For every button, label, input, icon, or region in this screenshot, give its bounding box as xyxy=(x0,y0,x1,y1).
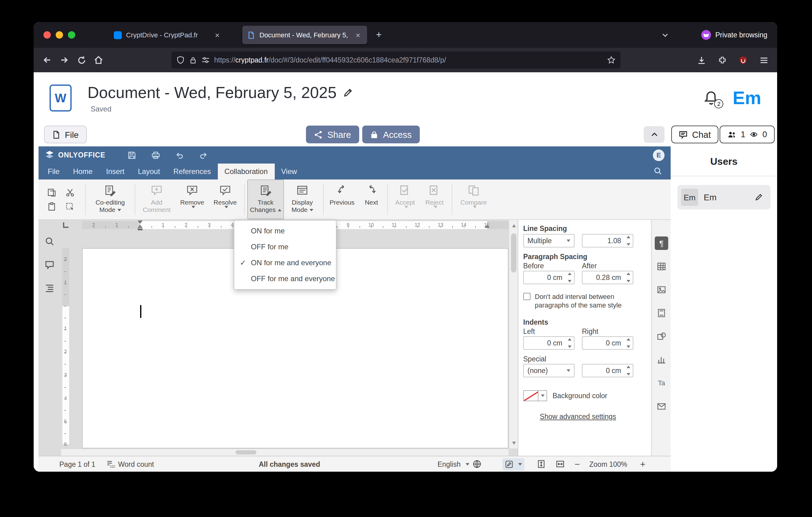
remove-comment-button[interactable]: Remove xyxy=(176,180,209,219)
menu-tab[interactable]: Insert xyxy=(99,164,131,180)
page-indicator[interactable]: Page 1 of 1 xyxy=(59,456,95,472)
search-icon[interactable] xyxy=(654,167,662,175)
special-amount-input[interactable]: 0 cm xyxy=(582,364,633,377)
scroll-down-arrow[interactable] xyxy=(509,439,518,447)
undo-icon[interactable] xyxy=(175,151,184,160)
fit-page-icon[interactable] xyxy=(536,456,546,472)
close-tab-icon[interactable]: × xyxy=(354,30,362,39)
track-changes-option[interactable]: ✓ OFF for me and everyone xyxy=(234,271,336,287)
color-dropdown-caret[interactable] xyxy=(539,390,547,401)
account-avatar[interactable]: Em xyxy=(733,88,761,108)
home-button[interactable] xyxy=(90,51,107,69)
share-button[interactable]: Share xyxy=(306,126,359,143)
menu-tab[interactable]: Layout xyxy=(131,164,167,180)
minimize-window-button[interactable] xyxy=(56,31,63,38)
rename-pencil-icon[interactable] xyxy=(343,87,353,98)
chart-settings-icon[interactable] xyxy=(655,353,668,366)
track-changes-option[interactable]: ✓ OFF for me xyxy=(234,239,336,255)
first-line-indent-marker[interactable] xyxy=(138,220,143,224)
url-bar[interactable]: https://cryptpad.fr/doc/#/3/doc/edit/ff0… xyxy=(171,51,620,69)
fit-width-icon[interactable] xyxy=(556,456,565,472)
left-indent-marker[interactable] xyxy=(138,225,143,230)
track-changes-button[interactable]: Track Changes xyxy=(247,180,284,219)
right-indent-marker[interactable] xyxy=(485,225,490,228)
special-select[interactable]: (none) xyxy=(523,364,575,377)
language-selector[interactable]: English xyxy=(437,456,481,472)
zoom-level[interactable]: Zoom 100% xyxy=(589,456,627,472)
line-spacing-amount[interactable]: 1.08 xyxy=(582,234,633,247)
menu-tab[interactable]: References xyxy=(167,164,218,180)
connection-lock-icon[interactable] xyxy=(189,56,197,64)
horizontal-scroll-thumb[interactable] xyxy=(236,450,256,455)
chat-button[interactable]: Chat xyxy=(671,126,718,143)
close-window-button[interactable] xyxy=(44,31,51,38)
edit-name-pencil-icon[interactable] xyxy=(751,189,767,205)
checkbox[interactable] xyxy=(523,293,530,300)
text-art-settings-icon[interactable]: Ta xyxy=(655,376,668,389)
paste-icon[interactable] xyxy=(47,202,59,211)
navigation-headings-icon[interactable] xyxy=(45,283,55,293)
vertical-scroll-thumb[interactable] xyxy=(511,234,517,273)
no-color-swatch[interactable] xyxy=(523,390,539,401)
next-change-button[interactable]: Next xyxy=(358,180,385,219)
track-changes-status-toggle[interactable] xyxy=(502,458,524,470)
downloads-button[interactable] xyxy=(693,51,710,69)
track-changes-option[interactable]: ✓ ON for me xyxy=(234,223,336,239)
indent-left-input[interactable]: 0 cm xyxy=(523,336,575,350)
menu-tab[interactable]: File xyxy=(41,164,66,180)
cut-icon[interactable] xyxy=(65,188,78,197)
track-changes-option[interactable]: ✓ ON for me and everyone xyxy=(234,255,336,271)
site-permissions-icon[interactable] xyxy=(201,56,210,64)
resolve-comment-button[interactable]: Resolve xyxy=(209,180,242,219)
save-icon[interactable] xyxy=(127,151,137,160)
mail-merge-settings-icon[interactable] xyxy=(655,399,668,413)
shape-settings-icon[interactable] xyxy=(655,330,668,343)
advanced-settings-link[interactable]: Show advanced settings xyxy=(523,413,633,420)
image-settings-icon[interactable] xyxy=(655,283,668,297)
browser-tab-cryptdrive[interactable]: CryptDrive - CryptPad.fr × xyxy=(109,26,226,44)
zoom-out-button[interactable]: − xyxy=(575,456,580,472)
reload-button[interactable] xyxy=(73,51,90,69)
previous-change-button[interactable]: Previous xyxy=(326,180,358,219)
redo-icon[interactable] xyxy=(199,151,208,160)
extensions-icon[interactable] xyxy=(714,51,731,69)
ublock-origin-icon[interactable] xyxy=(734,51,751,69)
back-button[interactable] xyxy=(38,51,56,69)
word-count-button[interactable]: 123 Word count xyxy=(106,456,154,472)
scroll-up-arrow[interactable] xyxy=(509,221,518,230)
spacing-before-input[interactable]: 0 cm xyxy=(523,271,575,284)
vertical-ruler[interactable]: 21123456 xyxy=(61,230,70,448)
header-footer-settings-icon[interactable] xyxy=(655,306,668,320)
browser-tab-document[interactable]: Document - Wed, February 5, 2 × xyxy=(242,26,367,44)
copy-icon[interactable] xyxy=(47,188,59,197)
table-settings-icon[interactable] xyxy=(655,260,668,273)
menu-tab[interactable]: View xyxy=(274,164,304,180)
print-icon[interactable] xyxy=(151,151,160,160)
find-icon[interactable] xyxy=(45,237,55,246)
menu-tab[interactable]: Home xyxy=(66,164,99,180)
paragraph-settings-icon[interactable]: ¶ xyxy=(655,237,668,250)
select-all-icon[interactable] xyxy=(65,202,78,211)
file-menu-button[interactable]: File xyxy=(44,126,87,143)
horizontal-scrollbar[interactable] xyxy=(61,448,509,456)
display-mode-button[interactable]: Display Mode xyxy=(284,180,321,219)
collaborator-avatar[interactable]: E xyxy=(653,149,665,161)
close-tab-icon[interactable]: × xyxy=(213,30,222,39)
menu-hamburger-icon[interactable] xyxy=(755,51,772,69)
bookmark-star-icon[interactable] xyxy=(607,56,616,64)
list-all-tabs-button[interactable] xyxy=(657,27,673,43)
comments-panel-icon[interactable] xyxy=(45,260,55,270)
tracking-protection-shield-icon[interactable] xyxy=(176,56,185,64)
coediting-mode-button[interactable]: Co-editing Mode xyxy=(88,180,132,219)
zoom-in-button[interactable]: + xyxy=(640,456,645,472)
indent-right-input[interactable]: 0 cm xyxy=(582,336,633,350)
access-button[interactable]: Access xyxy=(362,126,420,143)
forward-button[interactable] xyxy=(56,51,73,69)
line-spacing-select[interactable]: Multiple xyxy=(523,234,575,247)
no-interval-checkbox-row[interactable]: Don't add interval between paragraphs of… xyxy=(523,292,633,309)
background-color-picker[interactable] xyxy=(523,390,547,401)
maximize-window-button[interactable] xyxy=(68,31,75,38)
user-list-item[interactable]: Em Em xyxy=(677,185,771,210)
vertical-scrollbar[interactable] xyxy=(509,220,518,448)
new-tab-button[interactable]: + xyxy=(371,27,387,43)
